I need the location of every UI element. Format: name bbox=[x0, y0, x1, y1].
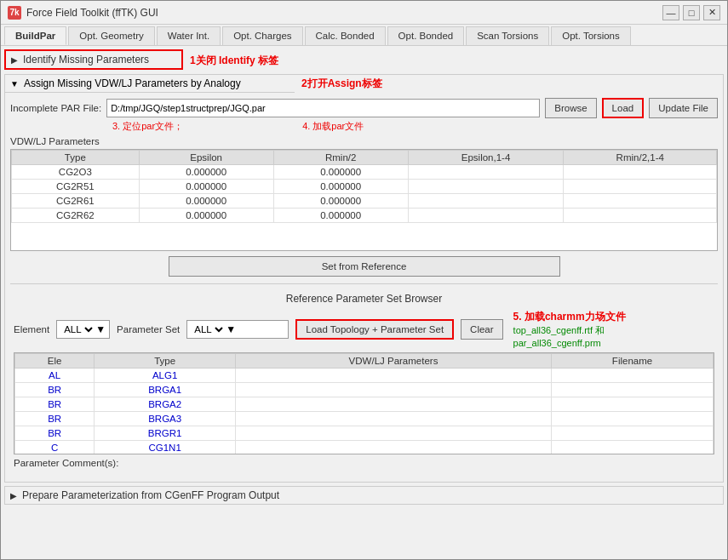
vdw-epsilon14 bbox=[408, 209, 564, 223]
assign-section: ▼ Assign Missing VDW/LJ Parameters by An… bbox=[4, 74, 724, 483]
vdw-rmin2: 0.000000 bbox=[273, 180, 408, 194]
title-bar-left: 7k Force Field Toolkit (ffTK) GUI bbox=[8, 6, 158, 20]
vdw-epsilon: 0.000000 bbox=[139, 180, 273, 194]
browse-button[interactable]: Browse bbox=[545, 98, 596, 118]
ref-table-container: Ele Type VDW/LJ Parameters Filename AL A… bbox=[14, 352, 714, 454]
vdw-rmin2: 0.000000 bbox=[273, 194, 408, 209]
list-item: AL ALG1 bbox=[15, 369, 714, 383]
vdw-table: Type Epsilon Rmin/2 Epsilon,1-4 Rmin/2,1… bbox=[11, 150, 717, 223]
file-input[interactable] bbox=[106, 99, 540, 117]
file-label: Incomplete PAR File: bbox=[10, 103, 101, 113]
clear-button[interactable]: Clear bbox=[461, 319, 502, 340]
ref-vdw bbox=[236, 441, 552, 455]
ref-ele: BR bbox=[15, 412, 95, 426]
vdw-epsilon: 0.000000 bbox=[139, 209, 273, 223]
ref-type: BRGA1 bbox=[95, 383, 236, 397]
close-button[interactable]: ✕ bbox=[703, 5, 720, 20]
vdw-epsilon14 bbox=[408, 180, 564, 194]
ref-type: BRGA2 bbox=[95, 397, 236, 412]
ref-type: CG1N1 bbox=[95, 441, 236, 455]
vdw-rmin214 bbox=[564, 165, 717, 180]
vdw-type: CG2O3 bbox=[12, 165, 140, 180]
load-button[interactable]: Load bbox=[602, 98, 645, 118]
identify-section-header[interactable]: ▶ Identify Missing Parameters bbox=[4, 49, 183, 70]
col-epsilon: Epsilon bbox=[139, 151, 273, 165]
assign-header[interactable]: ▼ Assign Missing VDW/LJ Parameters by An… bbox=[5, 75, 295, 93]
param-set-dropdown-wrapper: ALL ▼ bbox=[186, 320, 289, 339]
assign-arrow: ▼ bbox=[10, 79, 19, 89]
vdw-type: CG2R51 bbox=[12, 180, 140, 194]
table-row: CG2R51 0.000000 0.000000 bbox=[12, 180, 717, 194]
vdw-epsilon14 bbox=[408, 194, 564, 209]
vdw-epsilon: 0.000000 bbox=[139, 165, 273, 180]
ref-filename bbox=[552, 426, 714, 441]
vdw-epsilon: 0.000000 bbox=[139, 194, 273, 209]
maximize-button[interactable]: □ bbox=[683, 5, 700, 20]
element-label: Element bbox=[14, 324, 49, 334]
prepare-section-header[interactable]: ▶ Prepare Parameterization from CGenFF P… bbox=[4, 486, 724, 505]
annotation-5: 5. 加载charmm力场文件 bbox=[513, 311, 626, 323]
col-rmin214: Rmin/2,1-4 bbox=[564, 151, 717, 165]
ref-ele: BR bbox=[15, 397, 95, 412]
ref-vdw bbox=[236, 412, 552, 426]
ref-vdw bbox=[236, 426, 552, 441]
tab-calc-bonded[interactable]: Calc. Bonded bbox=[305, 26, 386, 45]
annotation-2: 2打开Assign标签 bbox=[301, 77, 382, 91]
ref-filename bbox=[552, 369, 714, 383]
window-title: Force Field Toolkit (ffTK) GUI bbox=[26, 7, 158, 19]
element-select[interactable]: ALL bbox=[60, 323, 95, 335]
param-comment: Parameter Comment(s): bbox=[14, 458, 714, 468]
vdw-epsilon14 bbox=[408, 165, 564, 180]
param-set-select[interactable]: ALL bbox=[191, 323, 226, 335]
tab-buildpar[interactable]: BuildPar bbox=[4, 26, 66, 45]
vdw-rmin214 bbox=[564, 180, 717, 194]
ref-filename bbox=[552, 441, 714, 455]
table-row: CG2R61 0.000000 0.000000 bbox=[12, 194, 717, 209]
assign-body: Incomplete PAR File: Browse Load Update … bbox=[5, 93, 723, 482]
list-item: BR BRGR1 bbox=[15, 426, 714, 441]
prepare-label: Prepare Parameterization from CGenFF Pro… bbox=[22, 489, 279, 501]
param-set-label: Parameter Set bbox=[117, 324, 180, 334]
ref-browser-section: Reference Parameter Set Browser Element … bbox=[10, 289, 718, 477]
menu-tabs: BuildPar Opt. Geometry Water Int. Opt. C… bbox=[1, 25, 727, 46]
list-item: BR BRGA2 bbox=[15, 397, 714, 412]
vdw-rmin2: 0.000000 bbox=[273, 209, 408, 223]
col-rmin2: Rmin/2 bbox=[273, 151, 408, 165]
prepare-arrow: ▶ bbox=[10, 491, 17, 500]
element-dropdown-wrapper: ALL ▼ bbox=[56, 320, 110, 339]
param-dropdown-arrow: ▼ bbox=[226, 323, 236, 335]
annotation-3: 3. 定位par文件； bbox=[112, 120, 183, 133]
assign-label: Assign Missing VDW/LJ Parameters by Anal… bbox=[24, 77, 241, 89]
ref-browser-title: Reference Parameter Set Browser bbox=[14, 293, 714, 305]
minimize-button[interactable]: — bbox=[662, 5, 679, 20]
ref-col-vdw: VDW/LJ Parameters bbox=[236, 354, 552, 369]
ref-col-filename: Filename bbox=[552, 354, 714, 369]
ref-vdw bbox=[236, 397, 552, 412]
vdw-label: VDW/LJ Parameters bbox=[10, 136, 718, 146]
ref-filename bbox=[552, 397, 714, 412]
vdw-table-container: Type Epsilon Rmin/2 Epsilon,1-4 Rmin/2,1… bbox=[10, 149, 718, 251]
tab-water-int[interactable]: Water Int. bbox=[157, 26, 221, 45]
title-bar-controls: — □ ✕ bbox=[662, 5, 720, 20]
table-row: CG2R62 0.000000 0.000000 bbox=[12, 209, 717, 223]
tab-opt-charges[interactable]: Opt. Charges bbox=[222, 26, 302, 45]
vdw-type: CG2R61 bbox=[12, 194, 140, 209]
tab-opt-torsions[interactable]: Opt. Torsions bbox=[551, 26, 631, 45]
vdw-rmin214 bbox=[564, 194, 717, 209]
update-file-button[interactable]: Update File bbox=[649, 98, 718, 118]
table-row: CG2O3 0.000000 0.000000 bbox=[12, 165, 717, 180]
vdw-rmin214 bbox=[564, 209, 717, 223]
title-bar: 7k Force Field Toolkit (ffTK) GUI — □ ✕ bbox=[1, 1, 727, 25]
tab-opt-geometry[interactable]: Opt. Geometry bbox=[68, 26, 154, 45]
tab-scan-torsions[interactable]: Scan Torsions bbox=[466, 26, 549, 45]
set-from-ref-button[interactable]: Set from Reference bbox=[169, 256, 560, 277]
identify-arrow: ▶ bbox=[11, 55, 18, 65]
col-epsilon14: Epsilon,1-4 bbox=[408, 151, 564, 165]
ref-filename bbox=[552, 412, 714, 426]
ref-type: ALG1 bbox=[95, 369, 236, 383]
tab-opt-bonded[interactable]: Opt. Bonded bbox=[387, 26, 465, 45]
list-item: C CG1N1 bbox=[15, 441, 714, 455]
vdw-rmin2: 0.000000 bbox=[273, 165, 408, 180]
ref-ele: BR bbox=[15, 383, 95, 397]
load-topology-button[interactable]: Load Topology + Parameter Set bbox=[295, 319, 454, 340]
